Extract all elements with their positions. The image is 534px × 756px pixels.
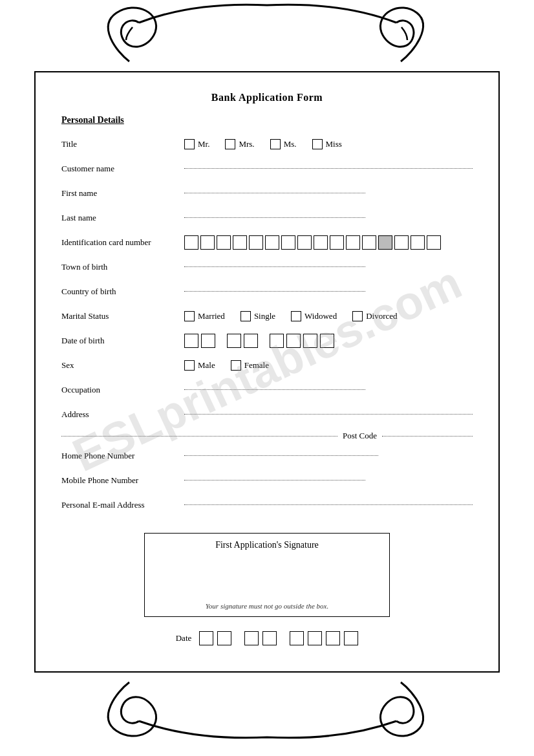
postcode-line[interactable] [382,436,473,437]
form-border: ESLprintables.com Bank Application Form … [34,71,500,673]
sex-label: Sex [61,360,184,371]
marital-divorced[interactable]: Divorced [352,311,397,321]
occupation-label: Occupation [61,385,184,395]
id-box-9[interactable] [314,235,328,250]
form-title: Bank Application Form [61,92,473,103]
id-box-6[interactable] [265,235,279,250]
sex-male[interactable]: Male [184,360,215,371]
title-mr[interactable]: Mr. [184,139,209,149]
dob-day-1[interactable] [184,334,198,348]
mobile-phone-line[interactable] [184,480,365,481]
country-birth-line[interactable] [184,291,365,292]
id-box-8[interactable] [297,235,312,250]
signature-box[interactable]: First Application's Signature Your signa… [144,533,390,617]
date-bottom-y4[interactable] [344,631,358,645]
marital-widowed[interactable]: Widowed [291,311,337,321]
dob-year-2[interactable] [286,334,301,348]
single-checkbox[interactable] [240,311,251,321]
sex-row: Sex Male Female [61,357,473,374]
female-label: Female [244,360,269,371]
sex-female[interactable]: Female [231,360,269,371]
home-phone-line[interactable] [184,455,378,456]
id-box-12[interactable] [362,235,376,250]
swirl-top-decoration [0,0,534,71]
female-checkbox[interactable] [231,360,241,371]
form-content: ESLprintables.com Bank Application Form … [61,92,473,645]
first-name-line[interactable] [184,193,365,193]
dob-month-1[interactable] [227,334,241,348]
date-bottom-y2[interactable] [308,631,322,645]
id-box-4[interactable] [233,235,247,250]
id-box-2[interactable] [200,235,215,250]
postcode-row: Post Code [61,431,473,441]
id-box-14[interactable] [394,235,409,250]
postcode-label: Post Code [343,431,377,441]
address-label: Address [61,409,184,420]
id-box-16[interactable] [427,235,441,250]
id-card-boxes [184,235,441,250]
id-box-7[interactable] [281,235,295,250]
last-name-line[interactable] [184,217,365,218]
town-birth-row: Town of birth [61,259,473,275]
male-checkbox[interactable] [184,360,195,371]
swirl-bottom-decoration [0,673,534,744]
title-mrs[interactable]: Mrs. [225,139,254,149]
section-personal-details: Personal Details [61,115,473,125]
id-box-13[interactable] [378,235,392,250]
widowed-checkbox[interactable] [291,311,301,321]
dob-year-4[interactable] [320,334,334,348]
dob-month-2[interactable] [244,334,258,348]
country-birth-label: Country of birth [61,286,184,297]
divorced-label: Divorced [366,311,397,321]
id-card-label: Identification card number [61,237,184,248]
married-checkbox[interactable] [184,311,195,321]
email-row: Personal E-mail Address [61,497,473,513]
date-bottom-d1[interactable] [199,631,213,645]
date-birth-row: Date of birth [61,332,473,349]
widowed-label: Widowed [304,311,337,321]
date-bottom-d2[interactable] [217,631,231,645]
dob-day-2[interactable] [201,334,215,348]
date-birth-label: Date of birth [61,336,184,346]
id-card-row: Identification card number [61,234,473,251]
id-box-3[interactable] [217,235,231,250]
date-bottom-y1[interactable] [290,631,304,645]
title-row: Title Mr. Mrs. Ms. [61,136,473,153]
id-box-11[interactable] [346,235,360,250]
first-name-row: First name [61,185,473,202]
town-birth-line[interactable] [184,266,365,267]
id-box-5[interactable] [249,235,263,250]
title-miss[interactable]: Miss [312,139,342,149]
customer-name-line[interactable] [184,168,473,169]
last-name-row: Last name [61,210,473,226]
id-box-15[interactable] [411,235,425,250]
occupation-line[interactable] [184,389,365,390]
title-ms-label: Ms. [284,139,297,149]
id-box-1[interactable] [184,235,198,250]
dob-year-1[interactable] [270,334,284,348]
occupation-row: Occupation [61,382,473,398]
title-mrs-checkbox[interactable] [225,139,235,149]
address-line[interactable] [184,414,473,415]
title-options: Mr. Mrs. Ms. Miss [184,139,354,149]
address-line-2[interactable] [61,436,337,437]
title-mr-label: Mr. [198,139,209,149]
country-birth-row: Country of birth [61,283,473,300]
date-bottom-m1[interactable] [244,631,259,645]
page: ESLprintables.com Bank Application Form … [0,0,534,756]
marital-married[interactable]: Married [184,311,225,321]
id-box-10[interactable] [330,235,344,250]
date-bottom-m2[interactable] [262,631,277,645]
title-ms-checkbox[interactable] [270,139,281,149]
email-line[interactable] [184,504,473,505]
title-mr-checkbox[interactable] [184,139,195,149]
title-miss-checkbox[interactable] [312,139,323,149]
marital-single[interactable]: Single [240,311,275,321]
marital-status-label: Marital Status [61,311,184,321]
title-ms[interactable]: Ms. [270,139,297,149]
sex-options: Male Female [184,360,281,371]
dob-year-3[interactable] [303,334,317,348]
divorced-checkbox[interactable] [352,311,363,321]
single-label: Single [254,311,275,321]
date-bottom-y3[interactable] [326,631,340,645]
